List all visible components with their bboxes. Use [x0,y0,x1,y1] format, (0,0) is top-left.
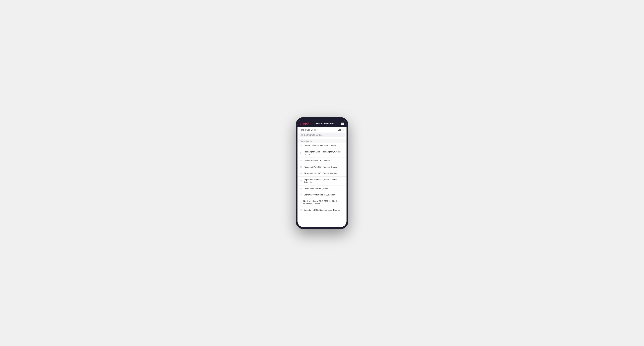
location-pin-icon [300,209,302,211]
search-icon [301,134,303,136]
course-name: Richmond Park GC - Duke's, London [304,172,337,175]
menu-icon[interactable] [341,123,344,125]
cancel-button[interactable]: Cancel [338,129,344,131]
list-item[interactable]: Dukes Meadows GC, London [298,185,346,192]
course-name: Coombe Hill GC, Kingston upon Thames [304,209,340,211]
nav-title: Recent Searches [316,122,334,125]
svg-line-1 [302,135,303,136]
location-pin-icon [300,194,302,196]
svg-point-3 [301,153,301,153]
course-name: Brent Valley Municipal GC, London [304,193,335,196]
phone-screen: clippd Recent Searches Find a Golf Cours… [298,119,346,227]
list-item[interactable]: Richmond Park GC - Duke's, London [298,170,346,176]
nav-bar: clippd Recent Searches [298,121,346,127]
search-input[interactable] [304,134,343,136]
course-name: London Scottish GC, London [304,160,330,162]
svg-point-5 [301,167,301,167]
list-item[interactable]: Roehampton Club - Roehampton, Greater Lo… [298,149,346,158]
list-item[interactable]: Richmond Park GC - Prince's, Surrey [298,164,346,170]
home-bar [315,226,329,226]
search-container [298,133,346,139]
location-pin-icon [300,187,302,189]
svg-point-11 [301,209,301,210]
svg-point-6 [301,173,301,173]
content-area: Find a Golf Course Cancel Nearby courses… [298,127,346,224]
list-item[interactable]: North Middlesex GC (1011942 - North Midd… [298,198,346,207]
status-bar [298,119,346,121]
list-item[interactable]: London Scottish GC, London [298,158,346,164]
svg-point-7 [301,180,301,181]
location-pin-icon [300,160,302,162]
location-pin-icon [300,201,302,203]
location-pin-icon [300,173,302,174]
location-pin-icon [300,180,302,182]
course-name: Royal Wimbledon GC, Great London Authori… [304,178,344,183]
app-logo: clippd [300,122,309,125]
course-name: Dukes Meadows GC, London [304,187,330,190]
course-name: Central London Golf Centre, London [304,144,336,147]
home-indicator [298,224,346,227]
course-name: Roehampton Club - Roehampton, Greater Lo… [304,151,344,156]
list-item[interactable]: Royal Wimbledon GC, Great London Authori… [298,176,346,185]
find-header: Find a Golf Course Cancel [298,127,346,133]
svg-point-9 [301,194,301,195]
svg-point-4 [301,160,301,161]
course-name: Richmond Park GC - Prince's, Surrey [304,166,337,168]
course-name: North Middlesex GC (1011942 - North Midd… [304,200,344,205]
svg-point-8 [301,188,301,189]
location-pin-icon [300,152,302,154]
phone-device: clippd Recent Searches Find a Golf Cours… [296,117,348,229]
find-label: Find a Golf Course [300,129,318,131]
course-list: Central London Golf Centre, LondonRoeham… [298,143,346,224]
list-item[interactable]: Brent Valley Municipal GC, London [298,192,346,198]
svg-point-2 [301,145,301,146]
svg-point-10 [301,202,301,202]
location-pin-icon [300,166,302,168]
search-box [299,133,345,137]
list-item[interactable]: Coombe Hill GC, Kingston upon Thames [298,207,346,213]
list-item[interactable]: Central London Golf Centre, London [298,143,346,149]
nearby-section-label: Nearby courses [298,139,346,143]
location-pin-icon [300,145,302,147]
